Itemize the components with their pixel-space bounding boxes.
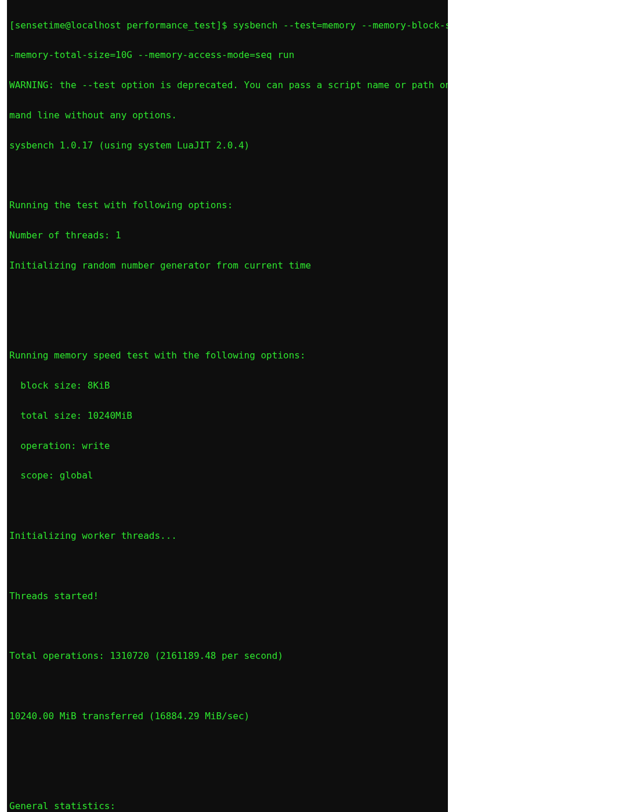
terminal-line [9, 291, 446, 300]
terminal-line: operation: write [9, 441, 446, 451]
terminal-line [9, 741, 446, 751]
terminal-line: Number of threads: 1 [9, 230, 446, 240]
terminal-line [9, 171, 446, 180]
terminal-line: Initializing random number generator fro… [9, 260, 446, 270]
terminal-line [9, 621, 446, 630]
terminal-line [9, 681, 446, 691]
terminal-line [9, 501, 446, 510]
terminal-line: Running the test with following options: [9, 200, 446, 210]
terminal-line: sysbench 1.0.17 (using system LuaJIT 2.0… [9, 140, 446, 150]
terminal-line: Total operations: 1310720 (2161189.48 pe… [9, 651, 446, 661]
terminal-line: scope: global [9, 470, 446, 480]
terminal-line: block size: 8KiB [9, 380, 446, 390]
terminal-line: 10240.00 MiB transferred (16884.29 MiB/s… [9, 711, 446, 721]
terminal-line: mand line without any options. [9, 110, 446, 120]
terminal-line [9, 321, 446, 331]
terminal-line: -memory-total-size=10G --memory-access-m… [9, 50, 446, 60]
terminal-line [9, 561, 446, 571]
terminal-line: [sensetime@localhost performance_test]$ … [9, 20, 446, 30]
terminal-line: General statistics: [9, 801, 446, 811]
terminal-line: Running memory speed test with the follo… [9, 350, 446, 360]
terminal-memory-test: [sensetime@localhost performance_test]$ … [7, 0, 448, 812]
terminal-line: Initializing worker threads... [9, 531, 446, 541]
terminal-line: WARNING: the --test option is deprecated… [9, 80, 446, 90]
terminal-line: total size: 10240MiB [9, 411, 446, 420]
terminal-line [9, 771, 446, 781]
terminal-line: Threads started! [9, 591, 446, 601]
